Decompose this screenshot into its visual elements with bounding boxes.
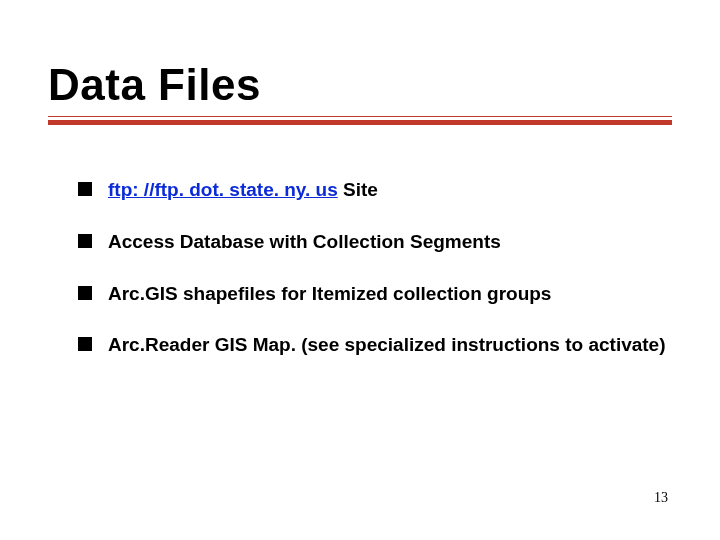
bullet-list: ftp: //ftp. dot. state. ny. us Site Acce… xyxy=(78,178,672,357)
bullet-item-2: Arc.GIS shapefiles for Itemized collecti… xyxy=(78,282,672,306)
slide: Data Files ftp: //ftp. dot. state. ny. u… xyxy=(0,0,720,540)
ftp-link[interactable]: ftp: //ftp. dot. state. ny. us xyxy=(108,179,338,200)
bullet-2-text: Arc.GIS shapefiles for Itemized collecti… xyxy=(108,283,551,304)
underline-thin xyxy=(48,116,672,117)
bullet-item-3: Arc.Reader GIS Map. (see specialized ins… xyxy=(78,333,672,357)
bullet-3-text: Arc.Reader GIS Map. (see specialized ins… xyxy=(108,334,666,355)
page-number: 13 xyxy=(654,490,668,506)
bullet-0-suffix: Site xyxy=(338,179,378,200)
bullet-1-text: Access Database with Collection Segments xyxy=(108,231,501,252)
bullet-item-0: ftp: //ftp. dot. state. ny. us Site xyxy=(78,178,672,202)
slide-title: Data Files xyxy=(48,60,672,110)
bullet-item-1: Access Database with Collection Segments xyxy=(78,230,672,254)
underline-thick xyxy=(48,120,672,125)
title-underline xyxy=(48,116,672,126)
